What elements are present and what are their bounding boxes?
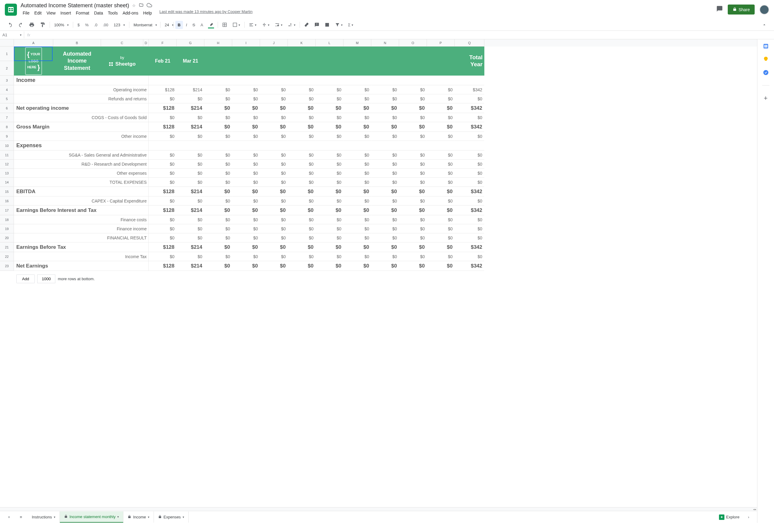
functions-icon[interactable]: Σ (346, 21, 356, 29)
data-cell[interactable]: $214 (177, 242, 204, 252)
document-title[interactable]: Automated Income Statement (master sheet… (21, 2, 129, 9)
data-cell[interactable]: $0 (316, 233, 343, 242)
data-cell[interactable]: $0 (288, 85, 316, 94)
data-cell[interactable]: $0 (343, 94, 371, 103)
data-cell[interactable]: $0 (427, 160, 455, 169)
data-cell[interactable]: $342 (455, 261, 484, 271)
data-cell[interactable]: $0 (316, 178, 343, 187)
data-cell[interactable]: $0 (232, 206, 260, 215)
data-cell[interactable]: $0 (343, 187, 371, 196)
data-cell[interactable]: $0 (288, 132, 316, 141)
row-label[interactable]: Operating income (14, 85, 149, 94)
data-cell[interactable]: $0 (288, 252, 316, 261)
data-cell[interactable]: $0 (177, 169, 204, 178)
data-cell[interactable] (427, 76, 455, 85)
row-header[interactable]: 15 (0, 187, 14, 196)
data-cell[interactable]: $0 (288, 206, 316, 215)
data-cell[interactable]: $0 (343, 113, 371, 122)
row-label[interactable]: Earnings Before Tax (14, 242, 149, 252)
all-sheets-button[interactable]: ≡ (16, 512, 27, 522)
data-cell[interactable]: $0 (232, 242, 260, 252)
data-cell[interactable]: $0 (177, 160, 204, 169)
horizontal-align-icon[interactable] (246, 21, 259, 29)
row-label[interactable]: FINANCIAL RESULT (14, 233, 149, 242)
data-cell[interactable]: $0 (149, 160, 177, 169)
share-button[interactable]: Share (728, 5, 755, 15)
data-cell[interactable]: $0 (204, 187, 232, 196)
data-cell[interactable]: $0 (399, 151, 427, 160)
data-cell[interactable]: $0 (177, 132, 204, 141)
keep-addon-icon[interactable] (763, 56, 769, 62)
row-label[interactable]: R&D - Research and Development (14, 160, 149, 169)
data-cell[interactable]: $0 (316, 169, 343, 178)
data-cell[interactable]: $342 (455, 187, 484, 196)
column-header-H[interactable]: H (204, 39, 232, 47)
data-cell[interactable]: $0 (260, 242, 288, 252)
data-cell[interactable]: $0 (343, 206, 371, 215)
menu-file[interactable]: File (21, 9, 32, 17)
data-cell[interactable]: $0 (260, 187, 288, 196)
vertical-align-icon[interactable] (259, 21, 272, 29)
data-cell[interactable]: $0 (149, 169, 177, 178)
data-cell[interactable] (177, 76, 204, 85)
data-cell[interactable]: $0 (399, 113, 427, 122)
data-cell[interactable]: $0 (427, 252, 455, 261)
data-cell[interactable]: $0 (260, 206, 288, 215)
strikethrough-button[interactable]: S (190, 21, 198, 29)
data-cell[interactable]: $0 (316, 187, 343, 196)
text-color-button[interactable]: A (198, 21, 206, 29)
data-cell[interactable]: $0 (260, 103, 288, 113)
data-cell[interactable] (316, 76, 343, 85)
column-header-C[interactable]: C (101, 39, 143, 47)
row-header[interactable]: 16 (0, 196, 14, 206)
data-cell[interactable] (427, 141, 455, 151)
data-cell[interactable]: $0 (177, 94, 204, 103)
data-cell[interactable]: $0 (204, 85, 232, 94)
data-cell[interactable]: $0 (427, 94, 455, 103)
column-header-L[interactable]: L (316, 39, 343, 47)
data-cell[interactable] (260, 76, 288, 85)
data-cell[interactable]: $0 (232, 224, 260, 233)
data-cell[interactable]: $0 (343, 169, 371, 178)
row-header[interactable]: 4 (0, 85, 14, 94)
data-cell[interactable]: $0 (232, 261, 260, 271)
data-cell[interactable]: $0 (204, 169, 232, 178)
data-cell[interactable]: $0 (260, 132, 288, 141)
data-cell[interactable]: $0 (399, 261, 427, 271)
comments-icon[interactable] (716, 5, 723, 14)
data-cell[interactable]: $0 (316, 103, 343, 113)
font-family-select[interactable]: Montserrat (131, 21, 158, 28)
column-header-G[interactable]: G (177, 39, 204, 47)
row-header[interactable]: 21 (0, 242, 14, 252)
data-cell[interactable] (204, 76, 232, 85)
data-cell[interactable] (232, 141, 260, 151)
row-header[interactable]: 20 (0, 233, 14, 242)
data-cell[interactable]: $0 (288, 103, 316, 113)
data-cell[interactable]: $0 (399, 196, 427, 206)
column-header-F[interactable]: F (149, 39, 177, 47)
data-cell[interactable]: $0 (371, 224, 399, 233)
data-cell[interactable] (232, 76, 260, 85)
insert-link-icon[interactable] (302, 21, 311, 29)
data-cell[interactable]: $128 (149, 206, 177, 215)
row-header[interactable]: 12 (0, 160, 14, 169)
data-cell[interactable]: $342 (455, 85, 484, 94)
data-cell[interactable]: $0 (371, 151, 399, 160)
data-cell[interactable] (149, 76, 177, 85)
data-cell[interactable]: $0 (455, 94, 484, 103)
data-cell[interactable]: $0 (399, 215, 427, 224)
filter-icon[interactable] (333, 21, 345, 29)
calendar-addon-icon[interactable]: 31 (763, 43, 769, 49)
row-header[interactable]: 18 (0, 215, 14, 224)
data-cell[interactable]: $0 (399, 94, 427, 103)
menu-view[interactable]: View (44, 9, 58, 17)
data-cell[interactable]: $0 (455, 233, 484, 242)
font-size-select[interactable]: 24 (162, 21, 171, 28)
column-header-Q[interactable]: Q (455, 39, 484, 47)
add-rows-button[interactable]: Add (16, 274, 35, 283)
data-cell[interactable]: $0 (177, 252, 204, 261)
data-cell[interactable]: $0 (232, 196, 260, 206)
data-cell[interactable] (288, 76, 316, 85)
data-cell[interactable]: $0 (371, 113, 399, 122)
data-cell[interactable]: $0 (260, 113, 288, 122)
